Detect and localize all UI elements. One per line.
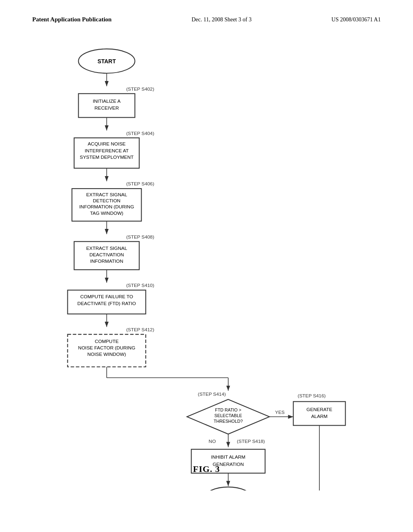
step406-box4: TAG WINDOW) [90, 210, 123, 216]
figure-caption: FIG. 3 [193, 464, 220, 474]
header-patent-number: US 2008/0303671 A1 [332, 17, 381, 23]
step412-box3: NOISE WINDOW) [88, 351, 126, 357]
step408-box1: EXTRACT SIGNAL [86, 245, 127, 251]
svg-point-24 [204, 487, 252, 490]
start-label: START [98, 58, 116, 64]
step410-box1: COMPUTE FAILURE TO [80, 294, 133, 299]
step416-box1: GENERATE [307, 407, 332, 412]
flowchart-svg: START (STEP S402) INITIALIZE A RECEIVER … [0, 35, 413, 490]
step404-box1: ACQUIRE NOISE [88, 141, 125, 147]
header-publication-type: Patent Application Publication [32, 16, 112, 23]
step414-diamond1: FTD RATIO > [215, 407, 241, 412]
step408-label: (STEP S408) [126, 234, 154, 240]
step406-label: (STEP S406) [126, 181, 154, 187]
yes-label: YES [275, 409, 285, 415]
step414-label: (STEP S414) [198, 391, 226, 397]
step402-box2: RECEIVER [94, 105, 119, 111]
step414-diamond2: SELECTABLE [215, 413, 242, 418]
step404-box2: INTERFERENCE AT [85, 148, 129, 154]
header-date-sheet: Dec. 11, 2008 Sheet 3 of 3 [192, 17, 252, 23]
step410-label: (STEP S410) [126, 283, 154, 288]
step402-box: INITIALIZE A [93, 98, 121, 104]
page: Patent Application Publication Dec. 11, … [0, 0, 413, 532]
step414-diamond3: THRESHOLD? [214, 419, 243, 424]
step412-box2: NOISE FACTOR (DURING [78, 345, 136, 351]
step412-label: (STEP S412) [126, 327, 154, 332]
step408-box3: INFORMATION [90, 258, 123, 264]
flowchart-area: START (STEP S402) INITIALIZE A RECEIVER … [0, 35, 413, 490]
step402-label: (STEP S402) [126, 86, 154, 92]
step406-box2: DETECTION [93, 198, 120, 204]
step416-label: (STEP S416) [298, 393, 326, 399]
step406-box3: INFORMATION (DURING [79, 204, 134, 210]
step410-box2: DEACTIVATE (FTD) RATIO [77, 301, 136, 306]
step404-label: (STEP S404) [126, 131, 154, 136]
page-header: Patent Application Publication Dec. 11, … [0, 0, 413, 31]
step404-box3: SYSTEM DEPLOYMENT [80, 154, 133, 160]
step418-label: (STEP S418) [237, 438, 265, 444]
step408-box2: DEACTIVATION [90, 252, 124, 258]
step412-box1: COMPUTE [95, 339, 119, 344]
step406-box1: EXTRACT SIGNAL [86, 192, 127, 197]
no-label: NO [209, 438, 216, 444]
step416-box2: ALARM [311, 414, 327, 419]
step418-box1: INHIBIT ALARM [211, 454, 245, 460]
